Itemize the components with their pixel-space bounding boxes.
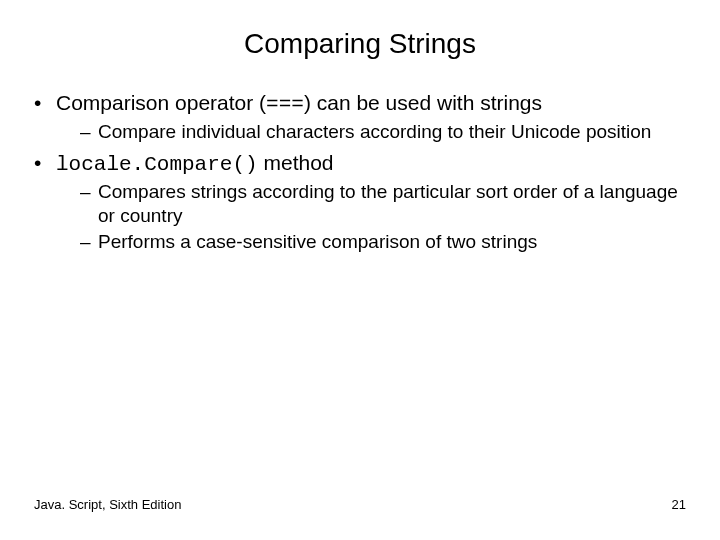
- footer-left: Java. Script, Sixth Edition: [34, 497, 181, 512]
- slide: Comparing Strings Comparison operator (=…: [0, 0, 720, 540]
- sub-bullet-item: Performs a case-sensitive comparison of …: [80, 230, 686, 254]
- bullet-text-post: method: [258, 151, 334, 174]
- page-number: 21: [672, 497, 686, 512]
- sub-bullet-list: Compares strings according to the partic…: [56, 180, 686, 253]
- bullet-item: locale.Compare() method Compares strings…: [34, 150, 686, 254]
- inline-code: locale.Compare(): [56, 153, 258, 176]
- bullet-text-pre: Comparison operator (: [56, 91, 266, 114]
- sub-bullet-item: Compares strings according to the partic…: [80, 180, 686, 228]
- bullet-item: Comparison operator (===) can be used wi…: [34, 90, 686, 144]
- inline-code: ===: [266, 93, 304, 116]
- bullet-text-post: ) can be used with strings: [304, 91, 542, 114]
- bullet-list: Comparison operator (===) can be used wi…: [34, 90, 686, 254]
- slide-body: Comparison operator (===) can be used wi…: [0, 70, 720, 254]
- sub-bullet-item: Compare individual characters according …: [80, 120, 686, 144]
- sub-bullet-list: Compare individual characters according …: [56, 120, 686, 144]
- slide-title: Comparing Strings: [0, 0, 720, 70]
